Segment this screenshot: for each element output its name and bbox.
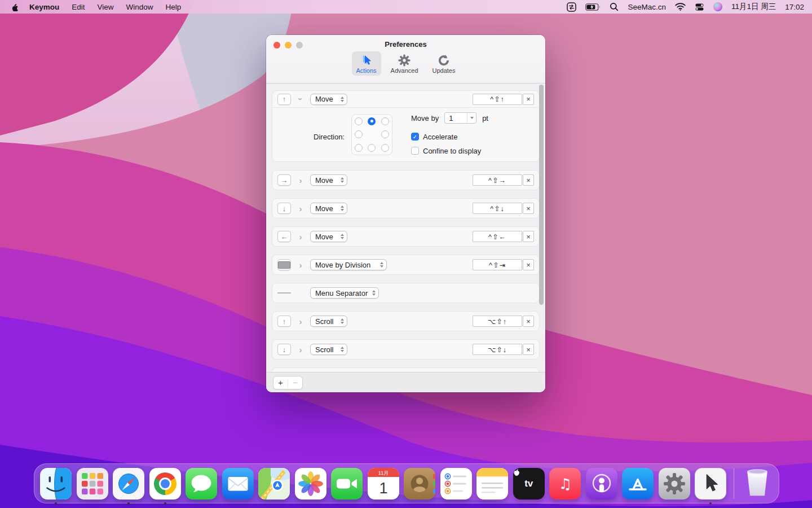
action-type-dropdown[interactable]: Menu Separator <box>310 287 379 299</box>
search-icon[interactable] <box>610 2 619 11</box>
dock-item-appstore[interactable] <box>620 468 656 500</box>
clear-shortcut-button[interactable]: × <box>523 316 534 327</box>
direction-radio-up-right[interactable] <box>381 117 389 125</box>
shortcut-field[interactable]: ^⇧← <box>473 231 522 242</box>
arrow-up-button[interactable]: ↑ <box>277 316 291 327</box>
dock-item-photos[interactable] <box>293 468 329 500</box>
dock-item-mail[interactable] <box>220 468 257 500</box>
arrow-up-icon: ↑ <box>283 317 286 326</box>
siri-icon[interactable] <box>713 2 722 11</box>
apple-menu-icon[interactable] <box>11 2 19 11</box>
expand-chevron-icon[interactable]: › <box>298 345 303 354</box>
shortcut-field[interactable]: ^⇧→ <box>473 174 522 186</box>
input-switch-icon[interactable] <box>567 2 576 12</box>
action-type-dropdown[interactable]: Move <box>310 231 347 242</box>
add-action-button[interactable]: + <box>273 376 288 389</box>
clear-shortcut-button[interactable]: × <box>523 174 534 186</box>
control-center-icon[interactable] <box>695 2 704 12</box>
arrow-down-button[interactable]: ↓ <box>277 203 291 214</box>
tab-actions[interactable]: Actions <box>352 51 381 76</box>
menu-item-help[interactable]: Help <box>160 3 188 11</box>
scrollbar-thumb[interactable] <box>539 85 544 305</box>
clear-shortcut-button[interactable]: × <box>523 259 534 270</box>
menu-bar-date[interactable]: 11月1日 周三 <box>731 2 776 12</box>
action-type-dropdown[interactable]: Move by Division <box>310 259 387 270</box>
account-menu-text[interactable]: SeeMac.cn <box>628 3 666 11</box>
dock-item-launchpad[interactable] <box>74 468 111 500</box>
shortcut-value: ^⇧⇥ <box>489 261 506 269</box>
safari-app-icon <box>113 468 144 500</box>
action-type-dropdown[interactable]: Scroll <box>310 344 347 355</box>
dock-item-music[interactable]: ♫ <box>547 468 584 500</box>
menu-item-edit[interactable]: Edit <box>65 3 91 11</box>
shortcut-field[interactable]: ⌥⇧↓ <box>473 344 522 355</box>
tab-label: Updates <box>433 67 456 74</box>
notes-app-icon <box>476 468 508 500</box>
dock-item-notes[interactable] <box>474 468 511 500</box>
dock-item-reminders[interactable] <box>438 468 475 500</box>
dock-item-trash[interactable] <box>739 466 776 501</box>
action-type-dropdown[interactable]: Scroll <box>310 316 347 327</box>
direction-radio-down-left[interactable] <box>355 144 363 152</box>
direction-label: Direction: <box>272 133 345 141</box>
dock-item-finder[interactable] <box>38 468 74 500</box>
direction-radio-down[interactable] <box>368 144 376 152</box>
dock-item-settings[interactable] <box>656 468 693 500</box>
expand-chevron-icon[interactable]: › <box>298 232 303 242</box>
mail-app-icon <box>222 468 254 500</box>
dock-item-appletv[interactable]: tv <box>511 468 548 500</box>
direction-radio-up-left[interactable] <box>355 117 363 125</box>
dock-item-podcasts[interactable] <box>584 468 620 500</box>
move-by-combo[interactable]: 1 <box>444 112 476 124</box>
direction-radio-up[interactable] <box>368 117 376 125</box>
menu-bar-clock[interactable]: 17:02 <box>785 3 804 11</box>
direction-radio-left[interactable] <box>355 130 363 138</box>
tab-updates[interactable]: Updates <box>428 51 460 76</box>
clear-shortcut-button[interactable]: × <box>523 94 534 105</box>
arrow-right-button[interactable]: → <box>277 174 291 186</box>
action-type-dropdown[interactable]: Move <box>310 94 347 105</box>
dock-item-contacts[interactable] <box>401 468 438 500</box>
clear-shortcut-button[interactable]: × <box>523 344 534 355</box>
action-row-header: ←›Move^⇧←× <box>272 227 539 246</box>
clear-shortcut-button[interactable]: × <box>523 203 534 214</box>
action-type-dropdown[interactable]: Move <box>310 174 347 186</box>
arrow-left-button[interactable]: ← <box>277 231 291 242</box>
action-type-value: Scroll <box>315 345 337 354</box>
dock-item-calendar[interactable]: 11月1 <box>365 468 402 500</box>
action-type-value: Move <box>315 95 337 103</box>
dock-item-safari[interactable] <box>111 468 147 500</box>
tab-advanced[interactable]: Advanced <box>386 51 423 76</box>
dock-item-keymou[interactable] <box>692 468 729 500</box>
shortcut-field[interactable]: ^⇧↑ <box>473 94 522 105</box>
accelerate-checkbox[interactable]: ✓ <box>411 133 419 141</box>
menu-item-window[interactable]: Window <box>120 3 160 11</box>
confine-checkbox[interactable] <box>411 147 419 155</box>
expand-chevron-icon[interactable]: › <box>298 317 303 326</box>
shortcut-field[interactable]: ⌥⇧↑ <box>473 316 522 327</box>
arrow-down-button[interactable]: ↓ <box>277 344 291 355</box>
collapse-chevron-icon[interactable]: › <box>296 97 306 102</box>
dock-item-maps[interactable] <box>256 468 293 500</box>
dock-item-messages[interactable] <box>183 468 220 500</box>
shortcut-field[interactable]: ^⇧⇥ <box>473 259 522 270</box>
division-icon-button[interactable] <box>277 259 291 270</box>
arrow-up-button[interactable]: ↑ <box>277 94 291 105</box>
battery-icon[interactable] <box>585 3 601 11</box>
shortcut-value: ⌥⇧↑ <box>488 317 507 326</box>
expand-chevron-icon[interactable]: › <box>298 204 303 213</box>
dock-item-chrome[interactable] <box>147 468 184 500</box>
expand-chevron-icon[interactable]: › <box>298 260 303 270</box>
shortcut-field[interactable]: ^⇧↓ <box>473 203 522 214</box>
menu-item-view[interactable]: View <box>91 3 120 11</box>
expand-chevron-icon[interactable]: › <box>298 176 303 185</box>
move-by-value: 1 <box>445 114 467 122</box>
direction-radio-right[interactable] <box>381 130 389 138</box>
clear-shortcut-button[interactable]: × <box>523 231 534 242</box>
menu-item-keymou[interactable]: Keymou <box>23 3 65 11</box>
direction-radio-down-right[interactable] <box>381 144 389 152</box>
wifi-icon[interactable] <box>675 3 686 11</box>
dock-item-facetime[interactable] <box>329 468 365 500</box>
action-type-dropdown[interactable]: Move <box>310 203 347 214</box>
remove-action-button[interactable]: − <box>288 376 302 389</box>
